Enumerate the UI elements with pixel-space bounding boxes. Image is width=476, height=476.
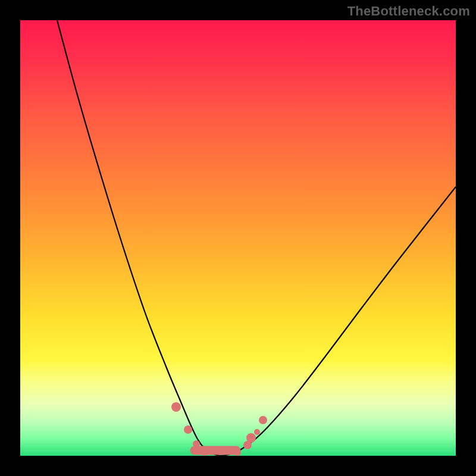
marker-dot (193, 440, 200, 447)
marker-dot (201, 449, 208, 456)
watermark-label: TheBottleneck.com (347, 4, 470, 19)
curve-left (57, 20, 220, 456)
bottleneck-curve-plot (20, 20, 456, 456)
curve-right (220, 187, 456, 456)
marker-dot (234, 449, 241, 456)
marker-dot (246, 433, 256, 443)
marker-bottom-run (190, 446, 240, 455)
marker-dot (184, 425, 192, 434)
marker-dot (254, 429, 260, 435)
chart-area (20, 20, 456, 456)
marker-dot (259, 416, 267, 424)
marker-dot (171, 402, 181, 412)
